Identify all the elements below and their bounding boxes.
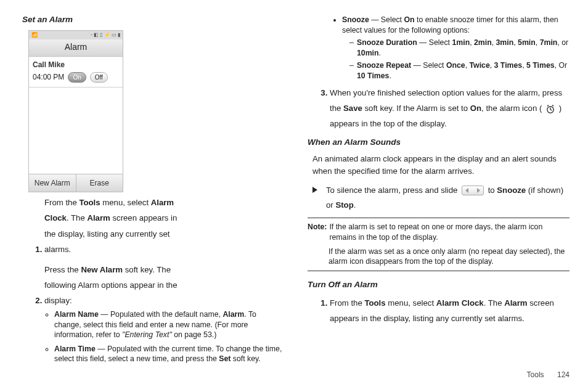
t: From the <box>44 198 79 207</box>
t: From the <box>330 298 364 308</box>
footer-section: Tools <box>527 370 544 379</box>
t: Alarm Clock <box>436 298 484 308</box>
t: , <box>490 61 494 70</box>
two-column-layout: Set an Alarm 📶 ▫ ◧ ▯ ⚡ ▭ ▮ Alarm Call Mi… <box>22 14 570 365</box>
t: , the alarm icon ( <box>481 104 542 113</box>
svg-line-4 <box>552 105 553 106</box>
slide-icon <box>462 186 484 195</box>
phone-title: Alarm <box>29 39 123 57</box>
t: menu, select <box>100 198 151 207</box>
alarm-clock-icon <box>545 104 555 113</box>
t: On <box>404 15 414 24</box>
t: Snooze <box>342 15 369 24</box>
alarm-entry-name-row: Call Mike <box>29 57 123 72</box>
phone-empty-area <box>29 88 123 174</box>
bullet-alarm-time: Alarm Time — Populated with the current … <box>54 344 284 364</box>
note-2: If the alarm was set as a once only alar… <box>329 247 570 267</box>
t: Tools <box>79 198 100 207</box>
silence-alarm-step: To silence the alarm, press and slide to… <box>312 183 570 213</box>
bullet-alarm-name: Alarm Name — Populated with the default … <box>54 309 284 340</box>
svg-line-2 <box>550 110 552 110</box>
t: , <box>492 38 496 47</box>
dash-snooze-duration: Snooze Duration — Select 1min, 2min, 3mi… <box>351 38 570 58</box>
t: , <box>470 38 474 47</box>
t: 10 Times <box>357 71 389 80</box>
manual-page: Set an Alarm 📶 ▫ ◧ ▯ ⚡ ▭ ▮ Alarm Call Mi… <box>0 0 588 392</box>
t: . The <box>67 213 87 223</box>
t: Tools <box>364 298 385 308</box>
t: Snooze Duration <box>357 38 417 47</box>
t: — Select <box>369 15 404 24</box>
note-1: If the alarm is set to repeat on one or … <box>329 222 570 242</box>
phone-frame: 📶 ▫ ◧ ▯ ⚡ ▭ ▮ Alarm Call Mike 04:00 PM O… <box>28 30 123 192</box>
t: Press the <box>44 265 81 274</box>
t: Twice <box>470 61 490 70</box>
heading-set-alarm: Set an Alarm <box>22 14 284 27</box>
t: Alarm <box>504 298 527 308</box>
t: Set <box>219 354 231 363</box>
t: 10min <box>357 49 379 57</box>
bullet-snooze: Snooze — Select On to enable snooze time… <box>342 15 570 81</box>
t: — Populated with the default name, <box>99 310 223 319</box>
page-footer: Tools 124 <box>22 365 570 381</box>
alarm-option-bullets: Alarm Name — Populated with the default … <box>44 309 284 365</box>
t: Snooze Repeat <box>357 61 411 70</box>
t: . The <box>484 298 504 308</box>
alarm-time: 04:00 PM <box>33 71 64 83</box>
t: , <box>536 38 540 47</box>
t: — Select <box>411 61 446 70</box>
status-icons: ▫ ◧ ▯ ⚡ ▭ ▮ <box>91 31 120 39</box>
step-3: When you're finished selection option va… <box>330 85 570 131</box>
t: Stop <box>335 200 353 210</box>
step-1: From the Tools menu, select Alarm Clock.… <box>44 195 284 256</box>
softkey-erase[interactable]: Erase <box>76 174 123 192</box>
t: soft key. If the Alarm is set to <box>362 104 470 113</box>
t: . <box>389 71 391 80</box>
t: On <box>470 104 481 113</box>
softkey-new-alarm[interactable]: New Alarm <box>29 174 76 192</box>
t: 3min <box>496 38 514 47</box>
t: Alarm Time <box>54 345 96 353</box>
t: 2min <box>474 38 492 47</box>
t: , <box>465 61 470 70</box>
t: menu, select <box>386 298 436 308</box>
footer-page-number: 124 <box>557 370 570 379</box>
t: Save <box>343 104 362 113</box>
t: Alarm Name <box>54 310 99 319</box>
turn-off-steps: From the Tools menu, select Alarm Clock.… <box>308 295 570 326</box>
phone-screenshot: 📶 ▫ ◧ ▯ ⚡ ▭ ▮ Alarm Call Mike 04:00 PM O… <box>28 30 284 192</box>
alarm-name: Call Mike <box>33 59 65 71</box>
heading-turn-off-alarm: Turn Off an Alarm <box>308 279 570 292</box>
turn-off-step-1: From the Tools menu, select Alarm Clock.… <box>330 295 570 326</box>
heading-when-alarm-sounds: When an Alarm Sounds <box>308 136 570 149</box>
t: , Or <box>555 61 568 70</box>
t: 7min <box>540 38 558 47</box>
snooze-bullet-list: Snooze — Select On to enable snooze time… <box>308 15 570 81</box>
signal-icon: 📶 <box>31 31 38 39</box>
set-alarm-steps-cont: When you're finished selection option va… <box>308 85 570 131</box>
alarm-on-pill[interactable]: On <box>68 72 86 83</box>
t: — Select <box>417 38 452 47</box>
snooze-sub-options: Snooze Duration — Select 1min, 2min, 3mi… <box>342 38 570 81</box>
right-column: Snooze — Select On to enable snooze time… <box>308 14 570 365</box>
t: 3 Times <box>494 61 523 70</box>
left-column: Set an Alarm 📶 ▫ ◧ ▯ ⚡ ▭ ▮ Alarm Call Mi… <box>22 14 284 365</box>
note-label: Note: <box>308 222 327 242</box>
t: Snooze <box>497 186 526 195</box>
t: Alarm <box>223 310 244 319</box>
t: "Entering Text" <box>122 330 172 339</box>
phone-status-bar: 📶 ▫ ◧ ▯ ⚡ ▭ ▮ <box>29 31 123 39</box>
note-block: Note: If the alarm is set to repeat on o… <box>308 218 570 271</box>
t: Once <box>446 61 465 70</box>
t: 5 Times <box>526 61 555 70</box>
alarm-entry-time-row: 04:00 PM On Off <box>29 71 123 88</box>
t: , or <box>557 38 568 47</box>
t: , <box>522 61 526 70</box>
t: . <box>354 200 356 210</box>
t: 5min <box>518 38 536 47</box>
t: New Alarm <box>81 265 123 274</box>
alarm-off-pill[interactable]: Off <box>90 72 108 83</box>
t: . <box>379 49 381 57</box>
set-alarm-steps: From the Tools menu, select Alarm Clock.… <box>22 195 284 365</box>
t: 1min <box>452 38 470 47</box>
